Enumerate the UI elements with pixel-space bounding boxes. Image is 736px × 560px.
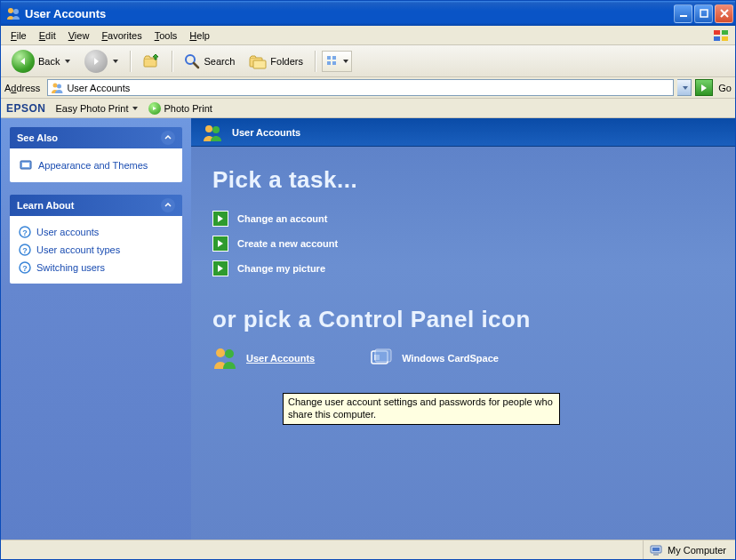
task-change-account[interactable]: Change an account	[212, 206, 714, 231]
svg-rect-11	[253, 60, 266, 68]
status-location: My Computer	[668, 545, 726, 556]
titlebar: User Accounts	[1, 1, 735, 26]
menu-help[interactable]: Help	[183, 28, 216, 43]
appearance-themes-label: Appearance and Themes	[38, 160, 148, 171]
svg-rect-4	[714, 30, 720, 35]
epson-toolbar: EPSON Easy Photo Print Photo Print	[1, 99, 735, 118]
forward-button[interactable]	[79, 46, 124, 76]
my-computer-icon	[649, 543, 663, 557]
task-label: Change my picture	[237, 263, 325, 274]
back-dropdown-caret[interactable]	[65, 60, 70, 63]
help-icon: ?	[19, 226, 31, 238]
see-also-title: See Also	[17, 132, 58, 143]
pick-task-heading: Pick a task...	[212, 166, 714, 194]
collapse-icon	[161, 131, 175, 145]
menu-tools[interactable]: Tools	[148, 28, 184, 43]
search-icon	[184, 53, 200, 69]
svg-point-1	[13, 9, 19, 14]
menu-view[interactable]: View	[62, 28, 96, 43]
collapse-icon	[161, 198, 175, 212]
svg-point-28	[216, 348, 225, 357]
user-accounts-header-icon	[202, 124, 223, 141]
address-dropdown[interactable]	[677, 79, 692, 96]
tooltip: Change user account settings and passwor…	[283, 393, 560, 425]
svg-rect-12	[327, 56, 331, 60]
svg-text:?: ?	[22, 246, 28, 255]
main-header: User Accounts	[191, 118, 735, 147]
svg-text:?: ?	[22, 264, 28, 273]
svg-point-16	[53, 83, 58, 87]
svg-rect-13	[332, 56, 336, 60]
learn-about-panel: Learn About ? User accounts ? User accou…	[10, 195, 182, 284]
addressbar: Address User Accounts Go	[1, 77, 735, 99]
svg-rect-14	[327, 61, 331, 65]
see-also-panel: See Also Appearance and Themes	[10, 127, 182, 182]
task-create-account[interactable]: Create a new account	[212, 231, 714, 256]
see-also-header[interactable]: See Also	[10, 127, 182, 148]
address-field[interactable]: User Accounts	[47, 79, 674, 96]
folders-button[interactable]: Folders	[244, 50, 308, 73]
svg-text:?: ?	[22, 228, 28, 237]
minimize-button[interactable]	[674, 4, 692, 23]
easy-photo-label: Easy Photo Print	[56, 103, 129, 114]
menu-edit[interactable]: Edit	[33, 28, 62, 43]
svg-rect-2	[680, 15, 687, 17]
photo-print-label: Photo Print	[164, 103, 212, 114]
svg-point-26	[205, 125, 212, 132]
back-button[interactable]: Back	[6, 46, 76, 76]
photo-print-icon	[148, 102, 161, 115]
arrow-icon	[212, 236, 228, 252]
up-button[interactable]	[137, 50, 165, 73]
forward-dropdown-caret[interactable]	[113, 60, 118, 63]
learn-about-header[interactable]: Learn About	[10, 195, 182, 216]
folder-up-icon	[142, 53, 160, 69]
svg-rect-6	[714, 36, 720, 41]
main-panel: User Accounts Pick a task... Change an a…	[191, 118, 735, 540]
svg-rect-19	[22, 163, 29, 167]
help-icon: ?	[19, 244, 31, 256]
learn-link-label: User account types	[36, 244, 120, 255]
back-label: Back	[38, 56, 60, 67]
go-label: Go	[718, 83, 732, 93]
cp-item-label: Windows CardSpace	[402, 353, 499, 364]
menubar: File Edit View Favorites Tools Help	[1, 26, 735, 45]
toolbar: Back Search Folders	[1, 45, 735, 77]
svg-rect-7	[722, 36, 728, 41]
window-title: User Accounts	[25, 7, 106, 20]
views-button[interactable]	[322, 51, 352, 72]
close-button[interactable]	[715, 4, 733, 23]
arrow-icon	[212, 211, 228, 227]
views-icon	[326, 55, 339, 68]
go-button[interactable]	[695, 79, 713, 96]
learn-link-label: Switching users	[36, 262, 105, 273]
forward-icon	[84, 50, 108, 73]
epson-logo: EPSON	[6, 102, 46, 115]
arrow-icon	[212, 260, 228, 276]
user-accounts-icon	[212, 346, 237, 371]
address-value: User Accounts	[67, 83, 130, 93]
main-header-title: User Accounts	[232, 127, 300, 138]
menu-favorites[interactable]: Favorites	[95, 28, 148, 43]
appearance-themes-link[interactable]: Appearance and Themes	[19, 156, 173, 175]
cp-windows-cardspace[interactable]: Windows CardSpace	[368, 346, 499, 371]
menu-file[interactable]: File	[4, 28, 33, 43]
learn-switching-users[interactable]: ? Switching users	[19, 259, 173, 276]
search-button[interactable]: Search	[179, 50, 240, 73]
svg-point-29	[225, 349, 234, 358]
svg-rect-3	[700, 10, 708, 17]
photo-print-button[interactable]: Photo Print	[144, 100, 216, 116]
task-change-picture[interactable]: Change my picture	[212, 256, 714, 281]
learn-user-account-types[interactable]: ? User account types	[19, 241, 173, 259]
easy-photo-print-button[interactable]: Easy Photo Print	[52, 101, 143, 116]
learn-user-accounts[interactable]: ? User accounts	[19, 223, 173, 241]
back-icon	[12, 50, 35, 73]
cp-user-accounts[interactable]: User Accounts	[212, 346, 315, 371]
svg-rect-15	[332, 61, 336, 65]
folders-label: Folders	[270, 56, 303, 67]
task-label: Change an account	[237, 213, 327, 224]
maximize-button[interactable]	[694, 4, 713, 23]
svg-rect-35	[652, 548, 660, 551]
folders-icon	[249, 53, 267, 69]
statusbar: My Computer	[1, 540, 735, 559]
address-icon	[51, 82, 63, 94]
